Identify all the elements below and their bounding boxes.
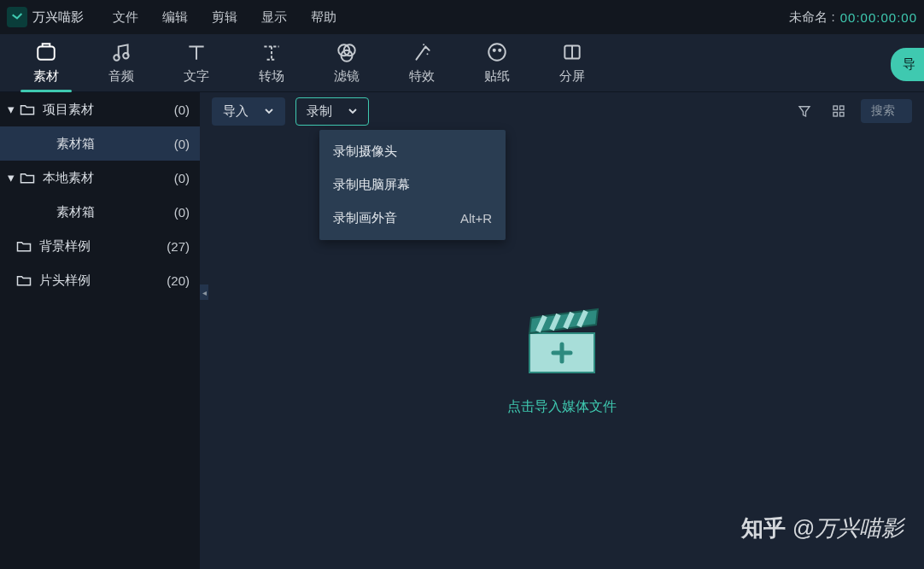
svg-rect-12 [833,113,838,117]
svg-rect-11 [840,106,845,110]
tab-text[interactable]: 文字 [159,34,234,92]
menu-record-voiceover[interactable]: 录制画外音 Alt+R [319,202,506,235]
transition-icon [260,41,283,63]
chevron-down-icon [264,106,274,116]
grid-view-button[interactable] [827,99,851,123]
menu-record-screen[interactable]: 录制电脑屏幕 [319,168,506,202]
funnel-icon [797,103,812,119]
content-area: 导入 录制 搜索 录制摄像头 录制电脑屏幕 [200,92,924,569]
menu-file[interactable]: 文件 [101,9,150,26]
tab-media[interactable]: 素材 [9,34,84,92]
menu-edit[interactable]: 编辑 [150,9,200,26]
text-icon [185,41,208,63]
media-icon [35,41,57,63]
sidebar: ▾ 项目素材 (0) 素材箱 (0) ▾ 本地素材 (0) 素材箱 (0) 背景… [0,92,200,569]
svg-rect-10 [833,106,838,110]
watermark: 知乎 @万兴喵影 [741,513,904,543]
app-name: 万兴喵影 [32,9,84,26]
filter-button[interactable] [792,99,816,123]
tree-media-bin-2[interactable]: 素材箱 (0) [0,195,200,229]
caret-down-icon: ▾ [5,170,17,185]
folder-icon [15,272,32,289]
sticker-icon [486,41,508,63]
menu-clip[interactable]: 剪辑 [200,9,249,26]
content-toolbar: 导入 录制 搜索 [200,92,924,130]
tree-background-samples[interactable]: 背景样例 (27) [0,229,200,263]
svg-rect-0 [38,47,55,60]
main-area: ▾ 项目素材 (0) 素材箱 (0) ▾ 本地素材 (0) 素材箱 (0) 背景… [0,92,924,569]
tree-project-media[interactable]: ▾ 项目素材 (0) [0,92,200,126]
folder-icon [19,169,36,186]
import-prompt-label: 点击导入媒体文件 [507,398,617,416]
app-logo [7,7,27,27]
svg-point-6 [488,44,506,61]
audio-icon [110,41,132,63]
folder-icon [15,238,32,255]
tab-filter[interactable]: 滤镜 [309,34,384,92]
folder-icon [19,101,36,118]
svg-point-8 [499,50,500,51]
import-dropdown[interactable]: 导入 [212,97,285,126]
import-media-prompt[interactable]: 点击导入媒体文件 [507,297,617,416]
title-bar: 万兴喵影 文件 编辑 剪辑 显示 帮助 未命名 : 00:00:00:00 [0,0,924,34]
menu-help[interactable]: 帮助 [299,9,348,26]
tab-transition[interactable]: 转场 [234,34,309,92]
project-name: 未命名 : [789,9,834,26]
tree-intro-samples[interactable]: 片头样例 (20) [0,263,200,297]
main-toolbar: 素材 音频 文字 转场 滤镜 特效 贴纸 分屏 [0,34,924,92]
record-dropdown[interactable]: 录制 [295,97,369,126]
export-button[interactable]: 导 [891,48,924,81]
search-input[interactable]: 搜索 [861,99,912,123]
tab-effects[interactable]: 特效 [384,34,459,92]
record-menu: 录制摄像头 录制电脑屏幕 录制画外音 Alt+R [319,130,506,240]
menu-record-camera[interactable]: 录制摄像头 [319,135,506,168]
splitscreen-icon [561,41,583,63]
filter-icon [336,41,358,63]
caret-down-icon: ▾ [5,102,17,117]
grid-icon [831,103,846,119]
tab-splitscreen[interactable]: 分屏 [535,34,610,92]
clapperboard-icon [519,297,605,383]
tab-audio[interactable]: 音频 [84,34,159,92]
timecode: 00:00:00:00 [840,10,917,25]
effects-icon [411,41,433,63]
svg-rect-13 [840,113,845,117]
tab-sticker[interactable]: 贴纸 [459,34,535,92]
tree-media-bin-1[interactable]: 素材箱 (0) [0,126,200,161]
menu-view[interactable]: 显示 [249,9,299,26]
sidebar-resize-handle[interactable]: ◂ [200,284,208,300]
svg-point-7 [494,50,495,51]
tree-local-media[interactable]: ▾ 本地素材 (0) [0,161,200,195]
chevron-down-icon [348,106,358,116]
svg-point-2 [123,53,129,59]
